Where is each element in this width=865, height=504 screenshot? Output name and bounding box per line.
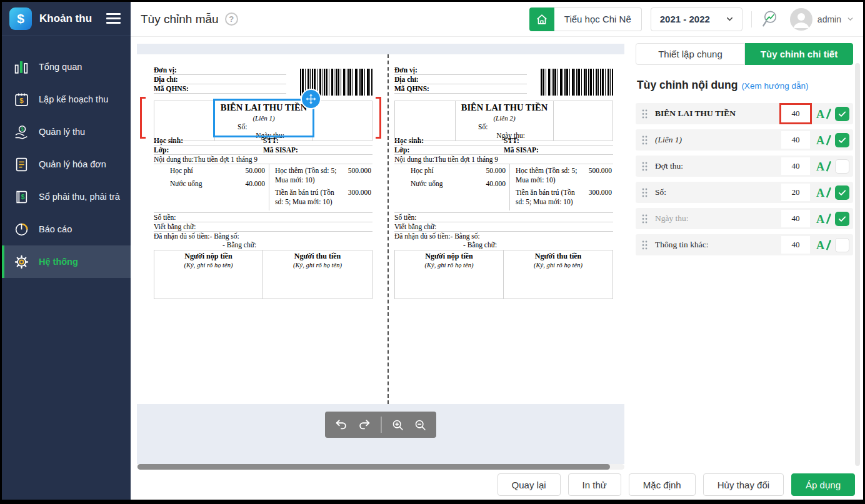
back-button[interactable]: Quay lại [498,473,561,496]
checkbox-checked[interactable] [835,185,849,200]
receipt-header: Đơn vị: Địa chỉ: Mã QHNS: [154,66,372,96]
school-year-select[interactable]: 2021 - 2022 [651,7,742,31]
font-style-icon[interactable]: A [816,133,831,147]
svg-text:$: $ [21,194,25,200]
tab-tuy-chinh-chi-tiet[interactable]: Tùy chỉnh chi tiết [745,43,853,65]
sidebar-logo-row: $ Khoản thu [2,2,131,36]
move-handle-icon[interactable] [302,90,320,108]
receipt-amount-line: Số tiền: [394,213,613,222]
font-size-input[interactable] [781,236,810,254]
receipt-signatures: Người nộp tiền (Ký, ghi rõ họ tên) Người… [154,250,372,299]
panel-tabs: Thiết lập chung Tùy chỉnh chi tiết [636,43,853,65]
receipt-paper: Đơn vị: Địa chỉ: Mã QHNS: BIÊN LAI THU T… [137,54,624,404]
font-style-icon[interactable]: A [816,185,831,200]
font-size-input[interactable] [781,105,810,122]
checkbox-unchecked[interactable] [835,159,849,174]
font-size-input[interactable] [781,157,810,175]
content-row-label: Thông tin khác: [655,240,781,250]
pie-chart-icon [13,222,30,237]
test-print-button[interactable]: In thử [568,473,621,496]
svg-text:A: A [816,134,824,147]
panel-heading: Tùy chỉnh nội dung [637,79,738,92]
sidebar: $ Khoản thu Tổng quan $ Lập kế hoạch thu… [2,2,131,500]
title-left-cell [394,101,456,141]
hand-money-icon: $ [13,124,30,140]
font-style-icon[interactable]: A [816,107,831,121]
content-row[interactable]: BIÊN LAI THU TIỀNA [636,103,853,124]
receipt-fee-table: Học phí50.000 Nước uống40.000 Học thêm (… [154,164,372,213]
font-style-icon[interactable]: A [816,212,831,226]
drag-handle-icon[interactable] [642,136,648,145]
selection-box[interactable] [213,99,314,137]
drag-handle-icon[interactable] [642,188,648,197]
cancel-changes-button[interactable]: Hủy thay đổi [703,473,784,496]
content-row[interactable]: (Liên 1)A [636,129,853,151]
sidebar-item-tong-quan[interactable]: Tổng quan [2,51,131,83]
checkbox-checked[interactable] [835,107,849,121]
redo-icon[interactable] [358,418,371,432]
chevron-down-icon [725,14,734,24]
receipt-title-block[interactable]: BIÊN LAI THU TIỀN (Liên 2) Số: Ngày thu: [456,101,554,141]
checkbox-unchecked[interactable] [835,238,849,252]
font-size-input[interactable] [781,131,810,149]
drag-handle-icon[interactable] [642,162,648,171]
zoom-out-icon[interactable] [414,418,427,432]
checkbox-checked[interactable] [835,133,849,147]
content-row[interactable]: Số:A [636,182,853,203]
font-style-icon[interactable]: A [816,238,831,252]
sidebar-item-so-phai-thu-phai-tra[interactable]: $ Sổ phải thu, phải trả [2,180,131,213]
title-right-cell [313,101,372,141]
sidebar-nav: Tổng quan $ Lập kế hoạch thu $ Quản lý t… [2,51,131,278]
checkbox-checked[interactable] [835,212,849,226]
sidebar-item-label: Sổ phải thu, phải trả [39,192,120,202]
font-size-input[interactable] [781,184,810,201]
sidebar-item-bao-cao[interactable]: Báo cáo [2,213,131,245]
fee-row: Tiền ăn bán trú (Tồn sd: 5; Mua mới: 10)… [275,188,371,206]
content-row[interactable]: Ngày thu:A [636,208,853,229]
home-icon [529,7,554,31]
sidebar-item-quan-ly-thu[interactable]: $ Quản lý thu [2,116,131,148]
user-name: admin [818,14,841,24]
zoom-in-icon[interactable] [391,418,404,432]
default-button[interactable]: Mặc định [629,473,696,496]
fee-row: Nước uống40.000 [411,179,506,189]
customize-panel: Thiết lập chung Tùy chỉnh chi tiết Tùy c… [631,37,863,470]
horizontal-scrollbar[interactable] [137,464,624,470]
barcode-image [541,69,613,96]
content-row-label: (Liên 1) [655,135,781,145]
bar-chart-icon [13,59,30,75]
help-icon[interactable]: ? [225,12,238,26]
title-left-cell [154,101,215,141]
receipt-received-block: Đã nhận đủ số tiền:- Bằng số: - Bằng chữ… [394,232,613,250]
sidebar-item-he-thong[interactable]: Hệ thống [2,245,131,278]
font-style-icon[interactable]: A [816,159,831,174]
receipt-fee-table: Học phí50.000 Nước uống40.000 Học thêm (… [394,164,613,213]
school-selector[interactable]: Tiểu học Chi Nê [529,7,642,31]
horizontal-scrollbar-thumb[interactable] [138,464,610,470]
header-divider [751,11,752,27]
content-row-label: Ngày thu: [655,214,781,224]
view-guide-link[interactable]: (Xem hướng dẫn) [741,81,808,91]
apply-button[interactable]: Áp dụng [791,473,855,496]
content-row[interactable]: Thông tin khác:A [636,234,853,255]
drag-handle-icon[interactable] [642,109,648,119]
undo-icon[interactable] [334,418,348,432]
panel-scrollbar[interactable] [855,63,860,466]
menu-toggle-icon[interactable] [106,13,121,24]
tab-thiet-lap-chung[interactable]: Thiết lập chung [636,43,745,65]
sidebar-item-label: Quản lý hóa đơn [39,159,106,169]
receipt-title-row: BIÊN LAI THU TIỀN (Liên 2) Số: Ngày thu: [394,101,613,136]
receipt-preview-1: Đơn vị: Địa chỉ: Mã QHNS: BIÊN LAI THU T… [154,66,372,299]
drag-handle-icon[interactable] [642,214,648,224]
drag-handle-icon[interactable] [642,240,648,250]
market-search-icon[interactable] [761,9,781,29]
receipt-sisap-line: Mã SISAP: [504,146,613,155]
receipt-inwords-line: Viết bằng chữ: [154,222,372,232]
sidebar-item-lap-ke-hoach-thu[interactable]: $ Lập kế hoạch thu [2,83,131,116]
fee-row: Học thêm (Tồn sd: 5; Mua mới: 10)500.000 [275,166,371,184]
sidebar-item-label: Lập kế hoạch thu [39,94,108,104]
content-row[interactable]: Đợt thu:A [636,156,853,177]
user-menu[interactable]: admin [790,8,854,31]
sidebar-item-quan-ly-hoa-don[interactable]: Quản lý hóa đơn [2,148,131,180]
font-size-input[interactable] [781,210,810,227]
